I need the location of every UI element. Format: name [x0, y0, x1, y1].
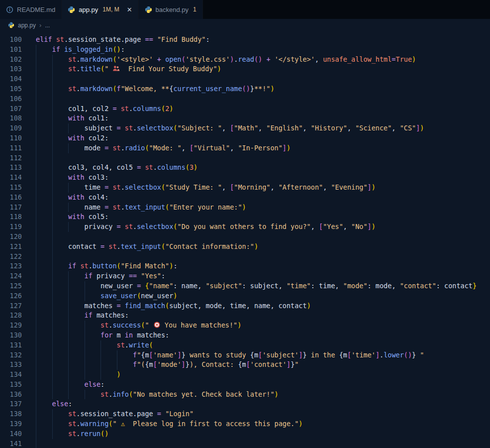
code-token: contact: [68, 242, 97, 250]
indent-guide: [36, 173, 52, 183]
code-token: elif: [36, 35, 56, 43]
code-line: 110with col2:: [0, 133, 490, 143]
indent-guide: [100, 360, 117, 370]
code-token: ]: [283, 144, 287, 152]
code-line: 135else:: [0, 380, 490, 390]
code-token: read: [238, 55, 254, 63]
indent-guide: [68, 331, 85, 340]
indent-guide: [68, 350, 85, 360]
indent-guide: [36, 301, 52, 311]
code-token: find_match: [125, 302, 165, 310]
indent-guide: [68, 203, 85, 213]
code-token: ): [372, 183, 376, 191]
python-icon: [145, 6, 152, 13]
code-line: 116with col4:: [0, 193, 490, 203]
gutter-spacer: [22, 203, 36, 213]
code-token: .: [125, 341, 129, 349]
code-token: (): [254, 55, 262, 63]
code-token: [: [190, 144, 194, 152]
indent-guide: [68, 321, 85, 331]
code-token: =: [100, 203, 112, 211]
code-area[interactable]: 100elif st.session_state.page == "Find B…: [0, 35, 490, 448]
code-token: st: [80, 262, 88, 270]
indent-guide: [68, 370, 85, 380]
indent-guide: [52, 331, 69, 340]
indent-guide: [36, 74, 52, 84]
tab-readme[interactable]: README.md: [0, 0, 62, 19]
code-token: markdown: [80, 85, 112, 93]
code-token: with: [68, 213, 89, 221]
code-line: 106: [0, 94, 490, 104]
line-number: 127: [0, 301, 22, 311]
code-token: m: [343, 351, 347, 359]
code-token: :: [104, 134, 108, 142]
code-token: st: [121, 105, 129, 112]
indent-guide: [36, 45, 52, 55]
gutter-spacer: [22, 281, 36, 291]
code-token: "English": [266, 124, 302, 132]
breadcrumb[interactable]: app.py › ...: [0, 19, 490, 31]
code-token: success: [112, 321, 141, 329]
indent-guide: [52, 350, 69, 360]
code-token: .: [64, 35, 68, 43]
target-icon: [153, 321, 161, 331]
gutter-spacer: [22, 340, 36, 350]
code-line: 139st.warning(" ⚠ Please log in first to…: [0, 419, 490, 429]
line-number: 120: [0, 232, 22, 242]
code-token: .: [89, 262, 93, 270]
code-token: True: [396, 55, 412, 63]
tab-app[interactable]: app.py 1M, M ✕: [62, 0, 138, 19]
tab-git-decoration: 1M, M: [102, 6, 119, 13]
code-token: 'contact': [250, 360, 287, 368]
code-token: ): [254, 242, 258, 250]
code-token: ,: [246, 302, 254, 310]
line-number: 131: [0, 340, 22, 350]
indent-guide: [52, 203, 69, 213]
tab-backend[interactable]: backend.py 1: [139, 0, 203, 19]
code-token: {: [238, 360, 242, 368]
breadcrumb-ellipsis[interactable]: ...: [45, 22, 50, 29]
breadcrumb-file[interactable]: app.py: [18, 22, 36, 29]
code-token: matches: [85, 302, 113, 310]
code-token: st: [56, 35, 64, 43]
indent-guide: [36, 409, 52, 419]
code-token: st: [108, 242, 116, 250]
code-token: :: [121, 45, 125, 53]
indent-guide: [36, 153, 52, 163]
code-token: (: [173, 223, 177, 230]
gutter-spacer: [22, 123, 36, 133]
line-number: 111: [0, 143, 22, 153]
code-token: st: [100, 321, 108, 329]
code-token: "Evening": [331, 183, 367, 191]
code-token: col4: [93, 163, 109, 171]
indent-guide: [52, 340, 69, 350]
code-token: ): [169, 105, 173, 112]
code-token: new_user: [100, 282, 133, 290]
code-token: [: [153, 360, 157, 368]
code-token: ]: [298, 351, 302, 359]
code-token: with: [68, 173, 89, 181]
indent-guide: [52, 281, 69, 291]
code-token: page: [125, 35, 141, 43]
tab-label: backend.py: [156, 6, 189, 13]
line-number: 128: [0, 311, 22, 321]
code-token: else: [85, 380, 101, 388]
code-token: 'name': [153, 351, 178, 359]
code-token: ,: [270, 302, 278, 310]
indent-guide: [85, 291, 101, 301]
code-token: text_input: [121, 242, 161, 250]
code-token: :: [100, 380, 104, 388]
line-number: 113: [0, 163, 22, 173]
line-number: 141: [0, 439, 22, 448]
code-token: ,: [85, 163, 93, 171]
indent-guide: [36, 193, 52, 203]
code-token: (: [161, 105, 165, 112]
close-icon[interactable]: ✕: [127, 6, 132, 13]
code-line: 118with col5:: [0, 212, 490, 222]
editor[interactable]: 100elif st.session_state.page == "Find B…: [0, 31, 490, 448]
code-token: "In-Person": [238, 144, 282, 152]
code-line: 104: [0, 74, 490, 84]
code-line: 119privacy = st.selectbox("Do you want o…: [0, 222, 490, 232]
code-token: ): [307, 302, 311, 310]
indent-guide: [52, 143, 69, 153]
